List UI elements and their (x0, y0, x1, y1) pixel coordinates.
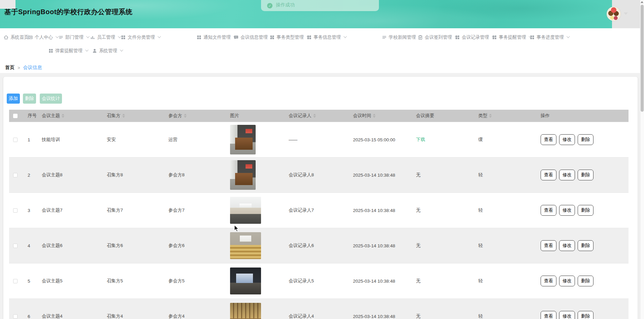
nav-item-department-mgmt[interactable]: 部门管理 (58, 33, 89, 41)
breadcrumb-home-link[interactable]: 首页 (5, 65, 14, 71)
column-label: 会议记录人 (289, 113, 312, 119)
breadcrumb: 首页 > 会议信息 (5, 65, 42, 71)
meeting-stats-button[interactable]: 会议统计 (40, 94, 62, 104)
avatar-dropdown-icon[interactable] (624, 12, 628, 15)
sort-carets-icon[interactable] (184, 114, 187, 118)
delete-row-button[interactable]: 删除 (578, 240, 593, 251)
nav-item-notice-file-mgmt[interactable]: 通知文件管理 (196, 33, 236, 41)
view-button[interactable]: 查看 (541, 170, 556, 180)
meeting-photo[interactable] (230, 125, 256, 154)
view-button[interactable]: 查看 (541, 205, 556, 216)
meeting-photo[interactable] (230, 160, 256, 190)
delete-row-button[interactable]: 删除 (578, 276, 593, 286)
scrollbar-up-arrow[interactable] (641, 1, 643, 3)
column-label: 会议主题 (42, 113, 60, 119)
cell-convener: 召集方8 (103, 172, 165, 178)
column-header-time[interactable]: 会议时间 (350, 113, 413, 119)
column-label: 会议摘要 (416, 113, 434, 119)
nav-item-system-mgmt[interactable]: 系统管理 (92, 47, 122, 55)
page: 基于SpringBoot的学校行政办公管理系统 ✓ 操作成功 系统首页个人中心部… (0, 0, 644, 319)
cell-image (226, 125, 285, 154)
download-link[interactable]: 下载 (416, 137, 425, 143)
nav-item-personal-center[interactable]: 个人中心 (28, 33, 58, 41)
view-button[interactable]: 查看 (541, 311, 556, 319)
cell-actions: 查看修改删除 (537, 240, 629, 251)
nav-item-label: 事务进度管理 (537, 34, 564, 40)
nav-item-meeting-info-mgmt[interactable]: 会议信息管理 (233, 33, 273, 41)
meeting-photo[interactable] (230, 303, 261, 319)
column-header-index: 序号 (22, 113, 39, 119)
cell-type: 轻 (475, 243, 537, 249)
cell-time: 2025-03-14 10:38:48 (350, 173, 413, 178)
nav-item-popup-remind-mgmt[interactable]: 弹窗提醒管理 (48, 47, 88, 55)
cell-type: 轻 (475, 313, 537, 319)
delete-button[interactable]: 删除 (23, 94, 36, 104)
sort-carets-icon[interactable] (489, 114, 492, 118)
row-checkbox[interactable] (13, 279, 18, 283)
meeting-photo[interactable] (230, 268, 261, 294)
nav-item-affair-progress-mgmt[interactable]: 事务进度管理 (529, 33, 569, 41)
edit-button[interactable]: 修改 (559, 276, 575, 286)
cell-actions: 查看修改删除 (537, 170, 629, 180)
row-checkbox[interactable] (13, 244, 18, 248)
home-icon (3, 35, 9, 40)
meeting-table: 序号会议主题召集方参会方图片会议记录人会议时间会议摘要类型操作 1技能培训安安运… (9, 110, 629, 319)
meeting-photo[interactable] (230, 197, 261, 224)
meeting-photo[interactable] (230, 232, 261, 259)
cell-index: 6 (22, 314, 39, 319)
nav-item-school-news-mgmt[interactable]: 学校新闻管理 (382, 33, 421, 41)
cell-time: 2025-03-15 05:00:00 (350, 137, 413, 142)
scrollbar-thumb[interactable] (641, 5, 644, 112)
nav-item-label: 会议记录管理 (462, 34, 489, 40)
delete-row-button[interactable]: 删除 (578, 170, 593, 180)
column-header-recorder[interactable]: 会议记录人 (285, 113, 350, 119)
edit-button[interactable]: 修改 (559, 170, 575, 180)
edit-button[interactable]: 修改 (559, 205, 575, 216)
column-label: 会议时间 (353, 113, 371, 119)
select-all-checkbox[interactable] (13, 114, 18, 118)
view-button[interactable]: 查看 (541, 134, 556, 145)
nav-item-affair-remind-mgmt[interactable]: 事务提醒管理 (492, 33, 531, 41)
cell-type: 轻 (475, 172, 537, 178)
cell-image (226, 268, 285, 294)
row-checkbox[interactable] (13, 173, 18, 177)
nav-item-affair-type-mgmt[interactable]: 事务类型管理 (269, 33, 309, 41)
row-checkbox[interactable] (13, 138, 18, 142)
add-button[interactable]: 添加 (7, 94, 20, 104)
column-header-participants[interactable]: 参会方 (165, 113, 226, 119)
column-header-topic[interactable]: 会议主题 (39, 113, 103, 119)
row-checkbox[interactable] (13, 208, 18, 213)
column-header-convener[interactable]: 召集方 (103, 113, 165, 119)
edit-button[interactable]: 修改 (559, 311, 575, 319)
nav-item-label: 通知文件管理 (203, 34, 231, 40)
nav-item-system-home[interactable]: 系统首页 (3, 33, 29, 41)
cell-select (9, 208, 22, 213)
chevron-down-icon (85, 48, 89, 51)
sort-carets-icon[interactable] (313, 114, 316, 118)
sort-carets-icon[interactable] (122, 114, 125, 118)
column-header-type[interactable]: 类型 (475, 113, 537, 119)
delete-row-button[interactable]: 删除 (578, 311, 593, 319)
nav-item-file-category-mgmt[interactable]: 文件分类管理 (121, 33, 160, 41)
sort-carets-icon[interactable] (373, 114, 376, 118)
nav-item-meeting-signin-mgmt[interactable]: 会议签到管理 (418, 33, 457, 41)
nav-item-employee-mgmt[interactable]: 员工管理 (90, 33, 120, 41)
summary-text: 无 (416, 278, 421, 284)
cell-recorder: —— (285, 137, 350, 142)
delete-row-button[interactable]: 删除 (578, 134, 593, 145)
cell-participants: 参会方8 (165, 172, 226, 178)
user-avatar[interactable] (607, 7, 621, 21)
edit-button[interactable]: 修改 (559, 240, 575, 251)
nav-item-meeting-record-mgmt[interactable]: 会议记录管理 (455, 33, 494, 41)
view-button[interactable]: 查看 (541, 240, 556, 251)
view-button[interactable]: 查看 (541, 276, 556, 286)
cell-summary: 无 (413, 243, 475, 249)
nav-item-affair-info-mgmt[interactable]: 事务信息管理 (307, 33, 346, 41)
edit-button[interactable]: 修改 (559, 134, 575, 145)
sort-carets-icon[interactable] (62, 114, 64, 118)
delete-row-button[interactable]: 删除 (578, 205, 593, 216)
row-checkbox[interactable] (13, 314, 18, 319)
cell-recorder: 会议记录人7 (285, 207, 350, 213)
cell-actions: 查看修改删除 (537, 276, 629, 286)
grid-icon (492, 35, 497, 40)
